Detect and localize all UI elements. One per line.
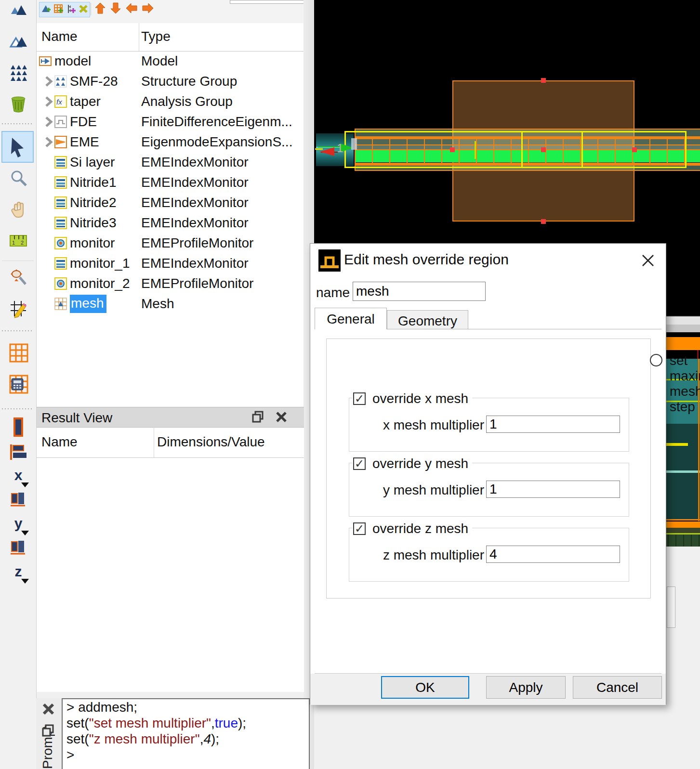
mesh-calc-icon[interactable] bbox=[8, 374, 28, 394]
float-prompt-icon[interactable] bbox=[41, 723, 55, 740]
simulation-bar-icon[interactable] bbox=[8, 417, 28, 437]
view-xy-icon[interactable] bbox=[8, 489, 28, 509]
tree-item-name[interactable]: mesh bbox=[70, 295, 106, 313]
tree-item-name[interactable]: FDE bbox=[70, 114, 97, 130]
handle-left[interactable] bbox=[450, 147, 455, 152]
move-right-icon[interactable] bbox=[142, 2, 154, 16]
result-view-titlebar[interactable]: Result View bbox=[37, 407, 304, 428]
move-up-icon[interactable] bbox=[94, 2, 106, 16]
tree-row-nitride3[interactable]: Nitride3EMEIndexMonitor bbox=[37, 213, 304, 233]
sidebar-separator bbox=[2, 330, 34, 331]
override-x-checkbox[interactable]: ✓ bbox=[353, 392, 366, 405]
tree-row-monitor[interactable]: monitorEMEProfileMonitor bbox=[37, 233, 304, 253]
tree-item-name[interactable]: model bbox=[54, 53, 91, 69]
expander-icon[interactable] bbox=[43, 136, 54, 148]
tree-row-eme[interactable]: EMEEigenmodeExpansionS... bbox=[37, 132, 304, 152]
handle-top[interactable] bbox=[541, 78, 546, 83]
index-monitor-icon bbox=[54, 196, 67, 209]
override-x-label[interactable]: override x mesh bbox=[372, 391, 468, 406]
tree-row-nitride2[interactable]: Nitride2EMEIndexMonitor bbox=[37, 193, 304, 213]
view-yz-icon[interactable] bbox=[8, 537, 28, 558]
tree-row-taper[interactable]: fxtaperAnalysis Group bbox=[37, 91, 304, 112]
tree-item-name[interactable]: monitor bbox=[70, 235, 115, 251]
zoom-tool-icon[interactable] bbox=[8, 169, 28, 189]
delete-icon[interactable] bbox=[8, 93, 28, 114]
expander-icon bbox=[43, 156, 54, 168]
close-prompt-icon[interactable] bbox=[41, 702, 56, 718]
delete-object-icon[interactable] bbox=[78, 3, 89, 16]
scrollbar-thumb[interactable] bbox=[667, 587, 675, 628]
tree-row-si-layer[interactable]: Si layerEMEIndexMonitor bbox=[37, 152, 304, 172]
dialog-close-icon[interactable] bbox=[640, 252, 656, 269]
tree-item-name[interactable]: monitor_1 bbox=[70, 256, 130, 271]
column-divider[interactable] bbox=[139, 23, 139, 51]
rv-col-name[interactable]: Name bbox=[41, 434, 78, 450]
tree-row-fde[interactable]: FDEFiniteDifferenceEigenm... bbox=[37, 112, 304, 132]
axis-y-caret[interactable] bbox=[21, 531, 29, 535]
float-panel-icon[interactable] bbox=[251, 410, 265, 426]
tree-item-name[interactable]: Nitride2 bbox=[70, 195, 116, 210]
tree-item-name[interactable]: Si layer bbox=[70, 155, 115, 170]
override-y-checkbox[interactable]: ✓ bbox=[353, 457, 366, 470]
handle-bottom[interactable] bbox=[541, 219, 546, 224]
expander-icon[interactable] bbox=[43, 96, 54, 107]
tab-geometry[interactable]: Geometry bbox=[387, 310, 468, 329]
tree-row-monitor-2[interactable]: monitor_2EMEProfileMonitor bbox=[37, 274, 304, 294]
tree-col-name[interactable]: Name bbox=[41, 29, 78, 44]
tree-col-type[interactable]: Type bbox=[141, 29, 171, 44]
apply-button[interactable]: Apply bbox=[486, 676, 566, 699]
tree-row-nitride1[interactable]: Nitride1EMEIndexMonitor bbox=[37, 172, 304, 193]
axis-z-caret[interactable] bbox=[21, 579, 29, 584]
x-mult-input[interactable] bbox=[486, 416, 620, 433]
tree-row-monitor-1[interactable]: monitor_1EMEIndexMonitor bbox=[37, 253, 304, 274]
ok-button[interactable]: OK bbox=[381, 676, 469, 699]
radio-max-label[interactable]: set maximum mesh step bbox=[670, 353, 700, 415]
axis-x-caret[interactable] bbox=[21, 482, 29, 487]
select-tool-active[interactable] bbox=[1, 131, 34, 163]
tree-row-smf-28[interactable]: SMF-28Structure Group bbox=[37, 71, 304, 91]
ruler-tool-icon[interactable]: 12 bbox=[8, 230, 28, 250]
tree-row-model[interactable]: modelModel bbox=[37, 51, 304, 71]
add-mesh-icon[interactable] bbox=[53, 3, 64, 16]
override-x-group: ✓ override x mesh x mesh multiplier bbox=[349, 398, 629, 452]
move-left-icon[interactable] bbox=[125, 2, 138, 16]
dialog-titlebar[interactable]: Edit mesh override region bbox=[310, 244, 666, 277]
structures-icon[interactable] bbox=[8, 32, 28, 52]
z-mult-input[interactable] bbox=[486, 546, 620, 563]
cancel-button[interactable]: Cancel bbox=[573, 676, 662, 699]
add-structure-icon[interactable] bbox=[40, 3, 52, 16]
zoom-extents-icon[interactable] bbox=[8, 268, 28, 288]
radio-max-mesh-step[interactable] bbox=[650, 354, 662, 366]
handle-center[interactable] bbox=[541, 147, 546, 152]
tree-item-name[interactable]: EME bbox=[70, 134, 99, 150]
tree-item-name[interactable]: taper bbox=[70, 94, 101, 109]
override-z-label[interactable]: override z mesh bbox=[372, 521, 468, 536]
mesh-view-icon[interactable] bbox=[8, 343, 28, 363]
column-divider[interactable] bbox=[154, 427, 154, 457]
tree-item-name[interactable]: Nitride3 bbox=[70, 215, 116, 231]
add-monitor-icon[interactable] bbox=[66, 3, 77, 16]
expander-icon[interactable] bbox=[43, 76, 54, 87]
expander-icon[interactable] bbox=[43, 116, 54, 128]
handle-right[interactable] bbox=[632, 147, 637, 152]
align-objects-icon[interactable] bbox=[8, 442, 28, 462]
override-z-checkbox[interactable]: ✓ bbox=[353, 522, 366, 535]
tree-item-name[interactable]: SMF-28 bbox=[70, 74, 118, 89]
rv-col-dimensions[interactable]: Dimensions/Value bbox=[157, 434, 265, 450]
tree-item-name[interactable]: monitor_2 bbox=[70, 276, 130, 291]
name-input[interactable] bbox=[353, 282, 486, 301]
y-mult-input[interactable] bbox=[486, 481, 620, 498]
move-down-icon[interactable] bbox=[110, 2, 121, 16]
duplicate-objects-icon[interactable] bbox=[8, 1, 28, 21]
tree-row-mesh[interactable]: meshMesh bbox=[37, 294, 304, 314]
edit-grid-icon[interactable] bbox=[8, 299, 28, 319]
close-panel-icon[interactable] bbox=[275, 410, 288, 426]
pan-tool-icon[interactable] bbox=[8, 199, 28, 220]
tree-column-header[interactable]: Name Type bbox=[37, 23, 304, 52]
array-icon[interactable] bbox=[8, 63, 28, 83]
result-view-header[interactable]: Name Dimensions/Value bbox=[37, 427, 304, 458]
tree-item-name[interactable]: Nitride1 bbox=[70, 175, 116, 190]
tab-general[interactable]: General bbox=[315, 308, 387, 329]
script-prompt[interactable]: > addmesh;set("set mesh multiplier",true… bbox=[62, 698, 310, 769]
override-y-label[interactable]: override y mesh bbox=[372, 456, 468, 471]
